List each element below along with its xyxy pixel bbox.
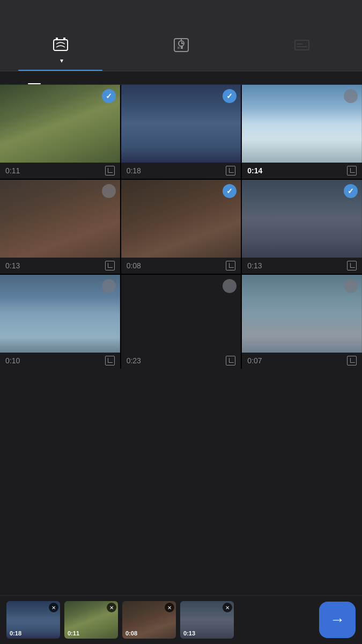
bottom-bar: 0:18✕0:11✕0:08✕0:13✕→ [0, 595, 362, 644]
duration-text: 0:13 [5, 261, 20, 270]
tab-stocks[interactable] [121, 30, 241, 71]
remove-clip-button[interactable]: ✕ [107, 603, 116, 612]
selection-badge[interactable] [102, 184, 116, 198]
expand-icon[interactable] [347, 261, 357, 270]
stocks-icon [172, 35, 191, 55]
selected-clip-duration: 0:18 [10, 630, 21, 636]
recents-icon [51, 35, 70, 55]
header [0, 0, 362, 30]
grid-cell[interactable]: 0:14 [242, 85, 362, 179]
selected-clip-duration: 0:08 [125, 630, 137, 636]
duration-row: 0:08 [121, 258, 241, 274]
grid-cell[interactable]: 0:13 [242, 180, 362, 274]
expand-icon[interactable] [105, 166, 115, 175]
selected-clip-duration: 0:11 [68, 630, 79, 636]
duration-text: 0:13 [247, 261, 262, 270]
grid-cell[interactable]: 0:11 [0, 85, 120, 179]
duration-row: 0:13 [242, 258, 362, 274]
duration-row: 0:13 [0, 258, 120, 274]
duration-text: 0:14 [247, 166, 262, 175]
sub-tab-livephoto[interactable] [63, 71, 83, 84]
svg-rect-6 [295, 40, 309, 50]
selection-badge[interactable] [344, 279, 358, 293]
remove-clip-button[interactable]: ✕ [49, 603, 58, 612]
svg-rect-1 [56, 38, 58, 40]
duration-text: 0:23 [127, 356, 141, 365]
tab-subtitle[interactable] [241, 30, 362, 71]
svg-rect-0 [54, 40, 68, 50]
remove-clip-button[interactable]: ✕ [165, 603, 174, 612]
selection-badge[interactable] [102, 279, 116, 293]
selection-badge[interactable] [102, 89, 116, 103]
proceed-arrow: → [330, 611, 345, 628]
svg-rect-2 [63, 38, 65, 40]
tab-recents[interactable]: ▾ [0, 30, 121, 71]
expand-icon[interactable] [105, 261, 115, 270]
selected-clip-thumb[interactable]: 0:11✕ [64, 601, 118, 639]
close-button[interactable] [11, 8, 28, 25]
grid-cell[interactable]: 0:23 [121, 275, 241, 369]
grid-cell[interactable]: 0:18 [121, 85, 241, 179]
duration-row: 0:18 [121, 163, 241, 179]
grid-cell[interactable]: 0:08 [121, 180, 241, 274]
duration-text: 0:08 [127, 261, 141, 270]
grid-cell[interactable]: 0:10 [0, 275, 120, 369]
duration-row: 0:14 [242, 163, 362, 179]
selection-badge[interactable] [344, 89, 358, 103]
expand-icon[interactable] [226, 356, 235, 365]
remove-clip-button[interactable]: ✕ [223, 603, 232, 612]
duration-text: 0:18 [127, 166, 141, 175]
grid-cell[interactable]: 0:13 [0, 180, 120, 274]
selected-clip-thumb[interactable]: 0:08✕ [122, 601, 176, 639]
selected-clip-thumb[interactable]: 0:13✕ [180, 601, 234, 639]
sub-tab-bar [0, 71, 362, 85]
sub-tab-all[interactable] [5, 71, 25, 84]
selected-clip-thumb[interactable]: 0:18✕ [6, 601, 60, 639]
expand-icon[interactable] [226, 261, 235, 270]
subtitle-icon [292, 35, 312, 55]
duration-text: 0:11 [5, 166, 20, 175]
video-grid: 0:110:180:140:130:080:130:100:230:07 [0, 85, 362, 369]
sub-tab-memories[interactable] [83, 71, 102, 84]
expand-icon[interactable] [105, 356, 115, 365]
duration-text: 0:07 [247, 356, 262, 365]
duration-row: 0:07 [242, 353, 362, 369]
dropdown-icon: ▾ [60, 57, 63, 64]
sub-tab-photo[interactable] [44, 71, 63, 84]
duration-row: 0:11 [0, 163, 120, 179]
duration-row: 0:23 [121, 353, 241, 369]
main-tab-bar: ▾ [0, 30, 362, 71]
sub-tab-video[interactable] [25, 71, 44, 84]
duration-text: 0:10 [5, 356, 20, 365]
duration-row: 0:10 [0, 353, 120, 369]
grid-cell[interactable]: 0:07 [242, 275, 362, 369]
expand-icon[interactable] [226, 166, 235, 175]
selected-clip-duration: 0:13 [183, 630, 195, 636]
expand-icon[interactable] [347, 356, 357, 365]
selection-badge[interactable] [344, 184, 358, 198]
expand-icon[interactable] [347, 166, 357, 175]
proceed-button[interactable]: → [319, 602, 356, 638]
